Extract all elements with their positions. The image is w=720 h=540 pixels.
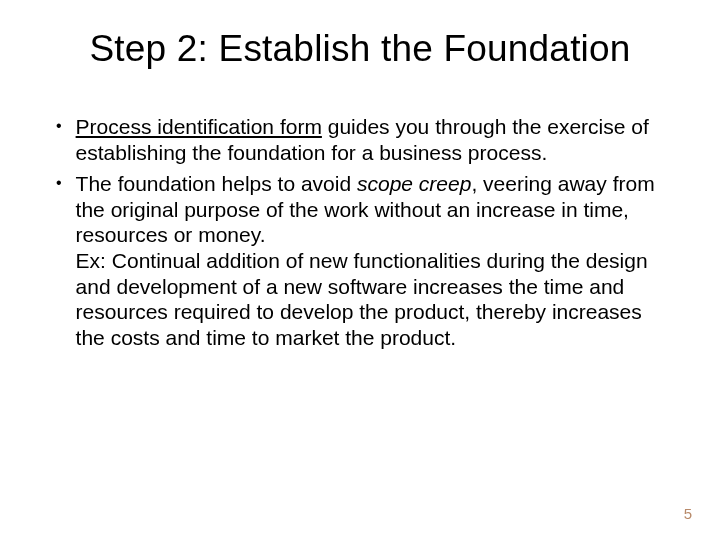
- list-item: • The foundation helps to avoid scope cr…: [50, 171, 670, 350]
- page-number: 5: [684, 505, 692, 522]
- bullet-icon: •: [56, 171, 62, 350]
- list-item-text: Process identification form guides you t…: [76, 114, 670, 165]
- bullet-list: • Process identification form guides you…: [50, 114, 670, 350]
- bullet-icon: •: [56, 114, 62, 165]
- slide-title: Step 2: Establish the Foundation: [50, 28, 670, 70]
- slide: Step 2: Establish the Foundation • Proce…: [0, 0, 720, 540]
- list-item: • Process identification form guides you…: [50, 114, 670, 165]
- underlined-term: Process identification form: [76, 115, 322, 138]
- continuation-text: Ex: Continual addition of new functional…: [76, 249, 648, 349]
- list-item-text: The foundation helps to avoid scope cree…: [76, 171, 670, 350]
- italic-term: scope creep: [357, 172, 471, 195]
